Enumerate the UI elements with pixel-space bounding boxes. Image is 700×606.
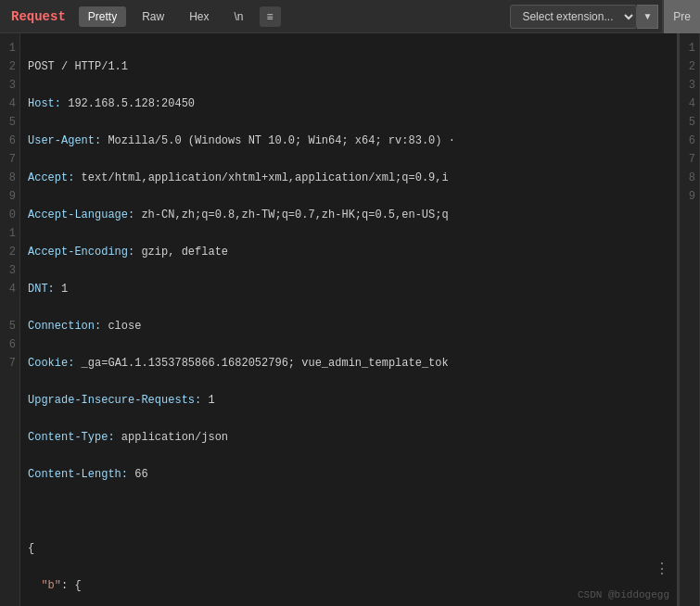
request-panel: 1 2 3 4 5 6 7 8 9 0 1 2 3 4 5 6 bbox=[0, 33, 680, 606]
pretty-tab[interactable]: Pretty bbox=[79, 6, 126, 27]
code-line-1: POST / HTTP/1.1 bbox=[28, 57, 669, 76]
request-section-title: Request bbox=[0, 9, 77, 24]
code-line-5: Accept-Language: zh-CN,zh;q=0.8,zh-TW;q=… bbox=[28, 206, 669, 224]
panels-row: 1 2 3 4 5 6 7 8 9 0 1 2 3 4 5 6 bbox=[0, 33, 700, 606]
pre-button-right[interactable]: Pre bbox=[664, 0, 700, 33]
code-line-12: Content-Length: 66 bbox=[28, 465, 669, 484]
code-line-14: { bbox=[28, 539, 669, 558]
code-line-15: "b": { bbox=[28, 576, 669, 595]
ellipsis-menu[interactable]: ⋮ bbox=[655, 560, 669, 578]
dropdown-arrow-button[interactable]: ▼ bbox=[637, 5, 658, 29]
code-line-6: Accept-Encoding: gzip, deflate bbox=[28, 243, 669, 261]
code-line-13 bbox=[28, 502, 669, 521]
code-line-10: Upgrade-Insecure-Requests: 1 bbox=[28, 391, 669, 410]
left-toolbar: Pretty Raw Hex \n ≡ bbox=[77, 5, 283, 29]
code-line-9: Cookie: _ga=GA1.1.1353785866.1682052796;… bbox=[28, 354, 669, 372]
select-extension-dropdown[interactable]: Select extension... bbox=[510, 5, 637, 29]
code-line-2: Host: 192.168.5.128:20450 bbox=[28, 95, 669, 113]
code-line-8: Connection: close bbox=[28, 317, 669, 335]
watermark: CSDN @biddogegg bbox=[578, 589, 669, 600]
response-line-numbers: 1 2 3 4 5 6 7 8 9 bbox=[680, 33, 700, 606]
request-line-numbers: 1 2 3 4 5 6 7 8 9 0 1 2 3 4 5 6 bbox=[0, 33, 20, 606]
code-line-7: DNT: 1 bbox=[28, 280, 669, 298]
response-panel: 1 2 3 4 5 6 7 8 9 bbox=[680, 33, 700, 606]
code-line-3: User-Agent: Mozilla/5.0 (Windows NT 10.0… bbox=[28, 132, 669, 150]
response-code-view: 1 2 3 4 5 6 7 8 9 bbox=[680, 33, 700, 606]
newline-tab[interactable]: \n bbox=[225, 6, 253, 27]
request-code-lines[interactable]: POST / HTTP/1.1 Host: 192.168.5.128:2045… bbox=[20, 33, 677, 606]
raw-tab[interactable]: Raw bbox=[133, 6, 173, 27]
list-icon-button[interactable]: ≡ bbox=[260, 6, 281, 27]
hex-tab[interactable]: Hex bbox=[180, 6, 218, 27]
code-line-11: Content-Type: application/json bbox=[28, 428, 669, 447]
code-line-4: Accept: text/html,application/xhtml+xml,… bbox=[28, 169, 669, 187]
header-bar: Request Pretty Raw Hex \n ≡ Select exten… bbox=[0, 0, 700, 33]
app-layout: Request Pretty Raw Hex \n ≡ Select exten… bbox=[0, 0, 700, 606]
request-code-view: 1 2 3 4 5 6 7 8 9 0 1 2 3 4 5 6 bbox=[0, 33, 677, 606]
